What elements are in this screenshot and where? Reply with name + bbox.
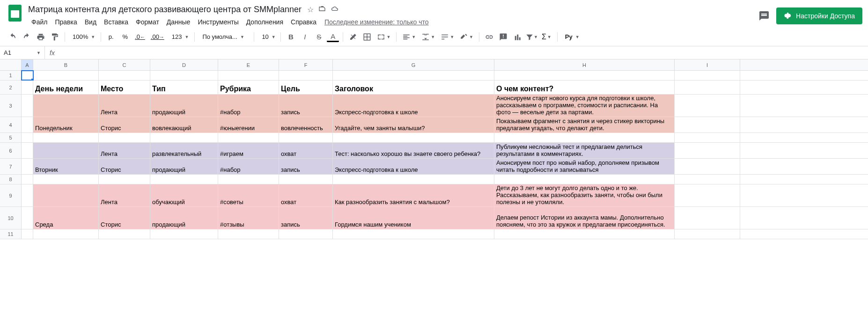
cell-G5[interactable]: [333, 133, 494, 142]
cell-B5[interactable]: [33, 133, 99, 142]
row-header-5[interactable]: 5: [0, 133, 22, 142]
cell-D4[interactable]: вовлекающий: [150, 117, 218, 132]
cell-F10[interactable]: запись: [279, 207, 333, 229]
cell-E1[interactable]: [218, 71, 279, 80]
cell-E2[interactable]: Рубрика: [218, 81, 279, 94]
cell-H5[interactable]: [494, 133, 675, 142]
cell-C10[interactable]: Сторис: [99, 207, 150, 229]
menu-Вид[interactable]: Вид: [81, 16, 100, 28]
cell-D11[interactable]: [150, 229, 218, 239]
cell-D7[interactable]: продающий: [150, 159, 218, 174]
menu-Дополнения[interactable]: Дополнения: [243, 16, 287, 28]
cell-G4[interactable]: Угадайте, чем заняты малыши?: [333, 117, 494, 132]
cell-H1[interactable]: [494, 71, 675, 80]
row-header-3[interactable]: 3: [0, 95, 22, 117]
row-header-10[interactable]: 10: [0, 207, 22, 229]
cell-C3[interactable]: Лента: [99, 95, 150, 117]
cell-I6[interactable]: [675, 143, 740, 158]
cell-B9[interactable]: [33, 184, 99, 206]
cell-H6[interactable]: Публикуем несложный тест и предлагаем де…: [494, 143, 675, 158]
cell-H3[interactable]: Анонсируем старт нового курса для подгот…: [494, 95, 675, 117]
cell-B11[interactable]: [33, 229, 99, 239]
share-button[interactable]: Настройки Доступа: [776, 7, 862, 24]
cell-C1[interactable]: [99, 71, 150, 80]
cell-I5[interactable]: [675, 133, 740, 142]
col-header-A[interactable]: A: [22, 59, 33, 70]
cell-C5[interactable]: [99, 133, 150, 142]
font-select[interactable]: По умолча...▼: [199, 33, 250, 40]
cell-F8[interactable]: [279, 175, 333, 184]
cell-A6[interactable]: [22, 143, 33, 158]
cell-B1[interactable]: [33, 71, 99, 80]
cell-A10[interactable]: [22, 207, 33, 229]
cell-D8[interactable]: [150, 175, 218, 184]
col-header-D[interactable]: D: [150, 59, 218, 70]
sheets-logo[interactable]: [6, 4, 24, 22]
menu-Вставка[interactable]: Вставка: [101, 16, 132, 28]
cell-E5[interactable]: [218, 133, 279, 142]
comment-button[interactable]: [497, 31, 509, 43]
cell-D10[interactable]: продающий: [150, 207, 218, 229]
row-header-2[interactable]: 2: [0, 81, 22, 94]
cell-E8[interactable]: [218, 175, 279, 184]
inc-decimal-button[interactable]: .00→: [149, 31, 166, 43]
filter-button[interactable]: ▼: [525, 31, 538, 43]
cell-F5[interactable]: [279, 133, 333, 142]
cell-C4[interactable]: Сторис: [99, 117, 150, 132]
borders-button[interactable]: [361, 31, 373, 43]
cell-C8[interactable]: [99, 175, 150, 184]
cell-F7[interactable]: запись: [279, 159, 333, 174]
cell-H10[interactable]: Делаем репост Истории из аккаунта мамы. …: [494, 207, 675, 229]
cell-H4[interactable]: Показываем фрагмент с занятия и через ст…: [494, 117, 675, 132]
italic-button[interactable]: I: [299, 31, 311, 43]
cell-B8[interactable]: [33, 175, 99, 184]
cell-B10[interactable]: Среда: [33, 207, 99, 229]
link-button[interactable]: [483, 31, 495, 43]
menu-Формат[interactable]: Формат: [132, 16, 162, 28]
cell-E10[interactable]: #отзывы: [218, 207, 279, 229]
paint-format-button[interactable]: [49, 31, 61, 43]
star-icon[interactable]: ☆: [307, 5, 314, 14]
cell-G7[interactable]: Экспресс-подготовка к школе: [333, 159, 494, 174]
cell-C2[interactable]: Место: [99, 81, 150, 94]
cell-E3[interactable]: #набор: [218, 95, 279, 117]
cell-H2[interactable]: О чем контент?: [494, 81, 675, 94]
zoom-select[interactable]: 100%▼: [69, 33, 97, 40]
cell-D5[interactable]: [150, 133, 218, 142]
cell-C6[interactable]: Лента: [99, 143, 150, 158]
cell-B7[interactable]: Вторник: [33, 159, 99, 174]
dec-decimal-button[interactable]: .0←: [133, 31, 147, 43]
rotate-button[interactable]: ▼: [458, 33, 475, 41]
cell-A7[interactable]: [22, 159, 33, 174]
spreadsheet-grid[interactable]: ABCDEFGHI 12День неделиМестоТипРубрикаЦе…: [0, 59, 868, 239]
text-color-button[interactable]: A: [327, 32, 339, 42]
cell-C7[interactable]: Сторис: [99, 159, 150, 174]
cell-A9[interactable]: [22, 184, 33, 206]
percent-button[interactable]: %: [119, 31, 131, 43]
cell-G6[interactable]: Тест: насколько хорошо вы знаете своего …: [333, 143, 494, 158]
col-header-I[interactable]: I: [675, 59, 740, 70]
cell-A11[interactable]: [22, 229, 33, 239]
cell-F11[interactable]: [279, 229, 333, 239]
cell-C11[interactable]: [99, 229, 150, 239]
col-header-C[interactable]: C: [99, 59, 150, 70]
move-icon[interactable]: [318, 5, 326, 14]
row-header-9[interactable]: 9: [0, 184, 22, 206]
row-header-1[interactable]: 1: [0, 71, 22, 80]
col-header-G[interactable]: G: [333, 59, 494, 70]
merge-button[interactable]: ▼: [375, 33, 392, 41]
cell-A1[interactable]: [22, 71, 33, 80]
cell-A5[interactable]: [22, 133, 33, 142]
cell-C9[interactable]: Лента: [99, 184, 150, 206]
cell-E11[interactable]: [218, 229, 279, 239]
undo-button[interactable]: [7, 31, 19, 43]
cyrillic-button[interactable]: Ру▼: [561, 33, 581, 40]
cell-F6[interactable]: охват: [279, 143, 333, 158]
bold-button[interactable]: B: [285, 31, 297, 43]
cell-H8[interactable]: [494, 175, 675, 184]
formula-bar[interactable]: [59, 46, 868, 59]
cell-G1[interactable]: [333, 71, 494, 80]
cell-I3[interactable]: [675, 95, 740, 117]
menu-Инструменты[interactable]: Инструменты: [194, 16, 242, 28]
currency-button[interactable]: р.: [105, 31, 117, 43]
